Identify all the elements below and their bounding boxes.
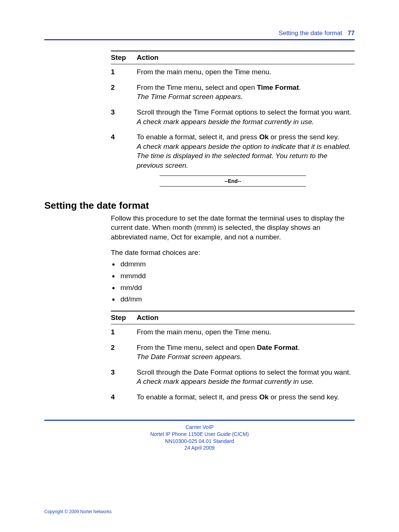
text: From the Time menu, select and open xyxy=(137,83,257,91)
bold-term: Time Format xyxy=(257,83,299,91)
result-text: A check mark appears beside the format c… xyxy=(137,118,314,126)
table-row: 1 From the main menu, open the Time menu… xyxy=(111,324,355,340)
paragraph: The date format choices are: xyxy=(111,248,355,258)
col-header-step: Step xyxy=(111,54,137,62)
step-action: From the main menu, open the Time menu. xyxy=(137,67,355,77)
step-number: 4 xyxy=(111,132,137,170)
footer-rule xyxy=(44,420,355,421)
text: To enable a format, select it, and press xyxy=(137,393,259,401)
section-body: Follow this procedure to set the date fo… xyxy=(111,214,355,304)
list-item: mm/dd xyxy=(119,283,355,293)
result-text: A check mark appears beside the format c… xyxy=(137,378,314,385)
end-label: --End-- xyxy=(111,177,355,185)
result-text: The Time Format screen appears. xyxy=(137,93,243,100)
table-row: 4 To enable a format, select it, and pre… xyxy=(111,389,355,405)
header-rule xyxy=(44,39,355,40)
footer-line: NN10300-025 04.01 Standard xyxy=(44,438,355,445)
table-row: 3 Scroll through the Time Format options… xyxy=(111,105,355,129)
table-row: 2 From the Time menu, select and open Ti… xyxy=(111,80,355,105)
text: Scroll through the Date Format options t… xyxy=(137,368,351,376)
table-header-row: Step Action xyxy=(111,51,355,64)
footer-line: Carrier VoIP xyxy=(44,424,355,431)
step-action: From the Time menu, select and open Time… xyxy=(137,83,355,102)
step-action: To enable a format, select it, and press… xyxy=(137,132,355,170)
step-action: From the main menu, open the Time menu. xyxy=(137,327,355,337)
date-format-steps: Step Action 1 From the main menu, open t… xyxy=(111,311,355,405)
step-number: 1 xyxy=(111,327,137,337)
copyright: Copyright © 2009 Nortel Networks xyxy=(44,509,112,514)
step-action: Scroll through the Time Format options t… xyxy=(137,108,355,126)
table-row: 2 From the Time menu, select and open Da… xyxy=(111,340,355,365)
result-text: A check mark appears beside the option t… xyxy=(137,143,351,169)
list-item: dd/mm xyxy=(119,294,355,304)
step-number: 2 xyxy=(111,83,137,102)
text: or press the send key. xyxy=(269,393,339,401)
table-row: 4 To enable a format, select it, and pre… xyxy=(111,129,355,173)
col-header-action: Action xyxy=(137,314,158,322)
step-action: From the Time menu, select and open Date… xyxy=(137,343,355,362)
step-number: 2 xyxy=(111,343,137,362)
text: From the Time menu, select and open xyxy=(137,344,257,351)
step-action: To enable a format, select it, and press… xyxy=(137,392,355,402)
footer-line: Nortel IP Phone 1150E User Guide (CICM) xyxy=(44,431,355,438)
step-action: Scroll through the Date Format options t… xyxy=(137,368,355,386)
running-header: Setting the date format 77 xyxy=(44,30,355,37)
step-number: 3 xyxy=(111,368,137,386)
list-item: ddmmm xyxy=(119,259,355,269)
bold-term: Ok xyxy=(259,393,269,401)
table-end: --End-- xyxy=(111,175,355,187)
end-rule xyxy=(160,175,306,176)
bold-term: Date Format xyxy=(257,344,298,351)
end-rule xyxy=(160,186,306,187)
bold-term: Ok xyxy=(259,133,269,141)
text: . xyxy=(299,83,301,91)
col-header-action: Action xyxy=(137,54,158,62)
table-header-row: Step Action xyxy=(111,311,355,324)
text: Scroll through the Time Format options t… xyxy=(137,108,351,116)
time-format-steps: Step Action 1 From the main menu, open t… xyxy=(111,51,355,187)
step-number: 3 xyxy=(111,108,137,126)
step-number: 1 xyxy=(111,67,137,77)
table-row: 1 From the main menu, open the Time menu… xyxy=(111,64,355,80)
step-number: 4 xyxy=(111,392,137,402)
header-page-number: 77 xyxy=(348,30,355,37)
text: . xyxy=(298,344,300,351)
paragraph: Follow this procedure to set the date fo… xyxy=(111,214,355,242)
page: Setting the date format 77 Step Action 1… xyxy=(0,0,399,466)
header-section: Setting the date format xyxy=(279,30,342,37)
footer-block: Carrier VoIP Nortel IP Phone 1150E User … xyxy=(44,424,355,452)
list-item: mmmdd xyxy=(119,271,355,281)
text: To enable a format, select it, and press xyxy=(137,133,259,141)
format-list: ddmmm mmmdd mm/dd dd/mm xyxy=(119,259,355,304)
footer-line: 24 April 2009 xyxy=(44,444,355,451)
section-heading: Setting the date format xyxy=(44,200,355,211)
table-row: 3 Scroll through the Date Format options… xyxy=(111,365,355,389)
col-header-step: Step xyxy=(111,314,137,322)
result-text: The Date Format screen appears. xyxy=(137,353,242,361)
text: or press the send key. xyxy=(269,133,339,141)
